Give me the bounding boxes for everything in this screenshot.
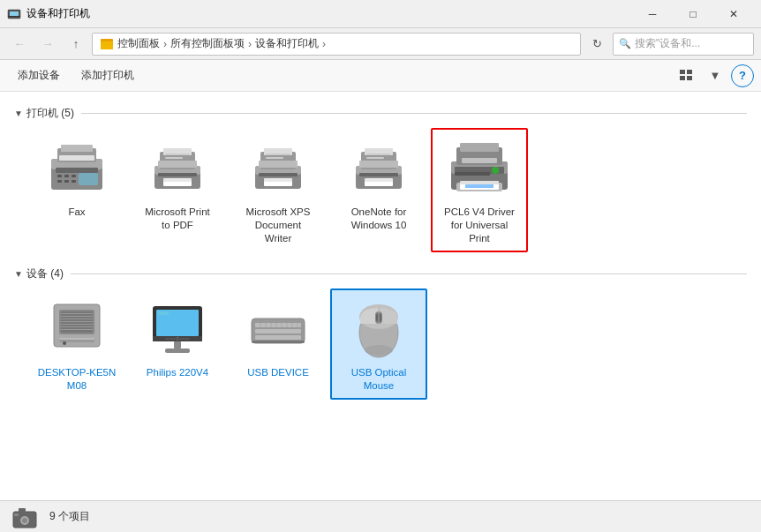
refresh-button[interactable]: ↻ bbox=[584, 32, 609, 56]
device-item-usb[interactable]: USB DEVICE bbox=[230, 288, 327, 400]
ms-pdf-label: Microsoft Print to PDF bbox=[145, 206, 210, 232]
svg-rect-60 bbox=[465, 184, 494, 188]
status-icon bbox=[11, 503, 39, 531]
path-segment-3: 设备和打印机 bbox=[255, 36, 319, 51]
printer-item-pcl6[interactable]: PCL6 V4 Driver for Universal Print bbox=[431, 128, 528, 252]
svg-rect-90 bbox=[255, 329, 301, 333]
svg-rect-72 bbox=[61, 313, 93, 314]
status-count: 9 个项目 bbox=[49, 509, 90, 524]
toolbar: 添加设备 添加打印机 ▼ ? bbox=[0, 60, 761, 92]
svg-rect-77 bbox=[61, 326, 93, 327]
svg-rect-113 bbox=[14, 513, 19, 516]
svg-rect-73 bbox=[61, 316, 93, 317]
onenote-icon bbox=[347, 137, 411, 200]
printer-item-onenote[interactable]: OneNote for Windows 10 bbox=[330, 128, 427, 252]
status-bar: 9 个项目 bbox=[0, 500, 761, 532]
printers-grid: Fax Microsoft Print to PD bbox=[14, 128, 747, 252]
svg-rect-89 bbox=[255, 323, 301, 327]
svg-rect-28 bbox=[165, 154, 190, 155]
printers-section-header: ▼ 打印机 (5) bbox=[14, 106, 747, 121]
maximize-button[interactable]: □ bbox=[673, 0, 713, 28]
svg-rect-14 bbox=[56, 168, 98, 173]
devices-section-label: 设备 (4) bbox=[26, 266, 64, 281]
window-title: 设备和打印机 bbox=[26, 6, 632, 21]
svg-rect-83 bbox=[174, 341, 181, 348]
svg-rect-9 bbox=[687, 76, 692, 80]
svg-rect-86 bbox=[165, 338, 190, 340]
main-content: ▼ 打印机 (5) bbox=[0, 92, 761, 500]
svg-rect-7 bbox=[687, 70, 692, 74]
search-box[interactable]: 🔍 搜索"设备和... bbox=[613, 33, 754, 56]
svg-rect-76 bbox=[61, 324, 93, 325]
search-icon: 🔍 bbox=[619, 38, 631, 49]
svg-point-71 bbox=[63, 341, 66, 345]
svg-rect-5 bbox=[101, 39, 106, 41]
printer-item-ms-pdf[interactable]: Microsoft Print to PDF bbox=[129, 128, 226, 252]
svg-rect-8 bbox=[680, 76, 685, 80]
svg-rect-32 bbox=[163, 182, 192, 186]
device-item-monitor[interactable]: Philips 220V4 bbox=[129, 288, 226, 400]
printer-item-ms-xps[interactable]: Microsoft XPS Document Writer bbox=[230, 128, 327, 252]
svg-rect-30 bbox=[158, 161, 197, 168]
desktop-label: DESKTOP-KE5N M08 bbox=[38, 366, 117, 393]
svg-rect-85 bbox=[158, 311, 169, 315]
svg-rect-13 bbox=[61, 145, 93, 152]
devices-grid: DESKTOP-KE5N M08 bbox=[14, 288, 747, 400]
address-path[interactable]: 控制面板 › 所有控制面板项 › 设备和打印机 › bbox=[92, 33, 581, 56]
add-printer-button[interactable]: 添加打印机 bbox=[71, 64, 145, 88]
close-button[interactable]: ✕ bbox=[713, 0, 754, 28]
forward-button[interactable]: → bbox=[35, 32, 60, 56]
toolbar-right: ▼ ? bbox=[674, 64, 754, 88]
svg-point-111 bbox=[22, 518, 27, 523]
minimize-button[interactable]: ─ bbox=[632, 0, 673, 28]
ms-xps-icon bbox=[246, 137, 310, 200]
svg-rect-78 bbox=[61, 329, 93, 330]
path-segment-2: 所有控制面板项 bbox=[170, 36, 245, 51]
devices-section-header: ▼ 设备 (4) bbox=[14, 266, 747, 281]
view-button[interactable] bbox=[674, 64, 699, 88]
svg-rect-75 bbox=[61, 321, 93, 322]
up-button[interactable]: ↑ bbox=[64, 32, 88, 56]
pcl6-icon bbox=[448, 137, 511, 200]
svg-rect-29 bbox=[165, 157, 183, 159]
svg-rect-20 bbox=[72, 180, 76, 183]
svg-rect-6 bbox=[680, 70, 685, 74]
printers-chevron: ▼ bbox=[14, 109, 23, 118]
svg-rect-21 bbox=[79, 173, 98, 185]
svg-rect-27 bbox=[158, 173, 197, 176]
svg-rect-64 bbox=[462, 158, 497, 163]
svg-rect-70 bbox=[59, 338, 94, 340]
svg-rect-22 bbox=[59, 155, 94, 161]
svg-rect-2 bbox=[8, 16, 20, 17]
devices-section-line bbox=[71, 273, 747, 274]
svg-rect-56 bbox=[460, 143, 499, 152]
help-button[interactable]: ? bbox=[731, 64, 754, 87]
fax-icon bbox=[45, 137, 109, 200]
svg-rect-42 bbox=[264, 182, 292, 186]
window-icon bbox=[7, 7, 21, 21]
search-placeholder: 搜索"设备和... bbox=[635, 36, 700, 51]
desktop-icon bbox=[45, 297, 109, 361]
monitor-icon bbox=[146, 297, 209, 361]
svg-rect-100 bbox=[252, 341, 305, 343]
usb-mouse-label: USB Optical Mouse bbox=[351, 366, 407, 393]
usb-device-icon bbox=[246, 297, 310, 361]
printers-section-label: 打印机 (5) bbox=[26, 106, 74, 121]
svg-rect-4 bbox=[101, 41, 113, 49]
monitor-label: Philips 220V4 bbox=[147, 366, 208, 379]
device-item-desktop[interactable]: DESKTOP-KE5N M08 bbox=[28, 288, 125, 400]
printer-item-fax[interactable]: Fax bbox=[28, 128, 125, 252]
address-bar: ← → ↑ 控制面板 › 所有控制面板项 › 设备和打印机 › ↻ 🔍 搜索"设… bbox=[0, 28, 761, 60]
add-device-button[interactable]: 添加设备 bbox=[7, 64, 71, 88]
svg-point-107 bbox=[365, 345, 393, 356]
device-item-usb-mouse[interactable]: USB Optical Mouse bbox=[330, 288, 427, 400]
back-button[interactable]: ← bbox=[7, 32, 32, 56]
svg-rect-18 bbox=[57, 180, 62, 183]
svg-rect-63 bbox=[455, 172, 490, 176]
svg-rect-39 bbox=[266, 157, 283, 159]
dropdown-view-button[interactable]: ▼ bbox=[703, 64, 727, 88]
svg-rect-91 bbox=[255, 335, 301, 340]
window-controls: ─ □ ✕ bbox=[632, 0, 754, 28]
svg-rect-17 bbox=[72, 175, 76, 177]
svg-point-62 bbox=[492, 167, 499, 174]
